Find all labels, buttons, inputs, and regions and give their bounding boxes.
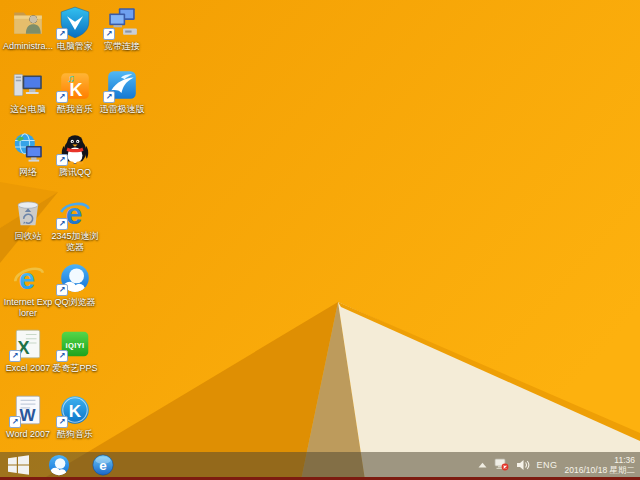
icon-label: 网络 <box>3 167 53 178</box>
shortcut-arrow-icon: ↗ <box>56 28 68 40</box>
shield-icon: ↗ <box>58 5 92 39</box>
browser-e-icon: e <box>91 453 115 477</box>
icon-label: Excel 2007 <box>3 363 53 374</box>
icon-label: 回收站 <box>3 231 53 242</box>
icon-label: Internet Explorer <box>3 297 53 319</box>
desktop-icon-kugou[interactable]: K ↗ 酷狗音乐 <box>50 393 100 440</box>
desktop-icon-excel[interactable]: X ↗ Excel 2007 <box>3 327 53 374</box>
desktop-icon-xunlei[interactable]: ↗ 迅雷极速版 <box>97 68 147 115</box>
volume-icon[interactable] <box>516 459 530 471</box>
icon-label: 迅雷极速版 <box>97 104 147 115</box>
kugou-icon: K ↗ <box>58 393 92 427</box>
start-button[interactable] <box>0 452 36 477</box>
browser-e-icon: e ↗ <box>58 195 92 229</box>
shortcut-arrow-icon: ↗ <box>56 350 68 362</box>
taskbar-qq-browser[interactable] <box>45 452 72 477</box>
icon-label: 这台电脑 <box>3 104 53 115</box>
icon-label: Word 2007 <box>3 429 53 440</box>
icon-label: 爱奇艺PPS <box>50 363 100 374</box>
desktop-icon-administrator[interactable]: Administra... <box>3 5 53 52</box>
desktop-icon-this-pc[interactable]: 这台电脑 <box>3 68 53 115</box>
qq-browser-icon: ↗ <box>58 261 92 295</box>
system-tray: ENG 11:36 2016/10/18 星期二 <box>478 455 640 475</box>
xunlei-bird-icon: ↗ <box>105 68 139 102</box>
desktop-icon-qq[interactable]: ↗ 腾讯QQ <box>50 131 100 178</box>
svg-text:K: K <box>69 402 82 421</box>
desktop-icon-broadband[interactable]: ↗ 宽带连接 <box>97 5 147 52</box>
desktop-icon-2345-browser[interactable]: e ↗ 2345加速浏览器 <box>50 195 100 253</box>
clock-date: 2016/10/18 星期二 <box>565 465 635 475</box>
icon-label: 酷我音乐 <box>50 104 100 115</box>
shortcut-arrow-icon: ↗ <box>103 91 115 103</box>
word-icon: W ↗ <box>11 393 45 427</box>
svg-text:W: W <box>20 406 37 425</box>
shortcut-arrow-icon: ↗ <box>9 416 21 428</box>
taskbar-2345-browser[interactable]: e <box>89 452 116 477</box>
recycle-bin-icon <box>11 195 45 229</box>
icon-label: 宽带连接 <box>97 41 147 52</box>
clock-time: 11:36 <box>565 455 635 465</box>
desktop-icon-word[interactable]: W ↗ Word 2007 <box>3 393 53 440</box>
svg-text:♫: ♫ <box>67 72 75 84</box>
shortcut-arrow-icon: ↗ <box>56 218 68 230</box>
clock[interactable]: 11:36 2016/10/18 星期二 <box>565 455 635 475</box>
ie-icon: e <box>11 261 45 295</box>
computer-icon <box>11 68 45 102</box>
desktop-icon-qq-browser[interactable]: ↗ QQ浏览器 <box>50 261 100 308</box>
icon-label: 酷狗音乐 <box>50 429 100 440</box>
network-connection-icon: ↗ <box>105 5 139 39</box>
qq-penguin-icon: ↗ <box>58 131 92 165</box>
globe-monitor-icon <box>11 131 45 165</box>
shortcut-arrow-icon: ↗ <box>56 284 68 296</box>
windows-logo-icon <box>8 455 29 475</box>
icon-label: 腾讯QQ <box>50 167 100 178</box>
network-status-icon[interactable] <box>494 458 509 471</box>
shortcut-arrow-icon: ↗ <box>9 350 21 362</box>
svg-text:e: e <box>19 263 35 295</box>
desktop-icon-kuwo-music[interactable]: K ♫ ↗ 酷我音乐 <box>50 68 100 115</box>
svg-text:e: e <box>99 458 107 473</box>
desktop-icon-pc-manager[interactable]: ↗ 电脑管家 <box>50 5 100 52</box>
iqiyi-icon: iQIYI ↗ <box>58 327 92 361</box>
desktop-icon-internet-explorer[interactable]: e Internet Explorer <box>3 261 53 319</box>
icon-label: QQ浏览器 <box>50 297 100 308</box>
administrator-folder-icon <box>11 5 45 39</box>
shortcut-arrow-icon: ↗ <box>103 28 115 40</box>
qq-browser-icon <box>47 453 71 477</box>
language-indicator[interactable]: ENG <box>537 460 558 470</box>
svg-text:iQIYI: iQIYI <box>66 341 85 350</box>
show-hidden-icons-caret[interactable] <box>478 462 487 468</box>
shortcut-arrow-icon: ↗ <box>56 91 68 103</box>
desktop-icon-network[interactable]: 网络 <box>3 131 53 178</box>
kuwo-music-icon: K ♫ ↗ <box>58 68 92 102</box>
shortcut-arrow-icon: ↗ <box>56 416 68 428</box>
icon-label: Administra... <box>3 41 53 52</box>
svg-text:e: e <box>66 197 83 229</box>
icon-label: 2345加速浏览器 <box>50 231 100 253</box>
icon-label: 电脑管家 <box>50 41 100 52</box>
excel-icon: X ↗ <box>11 327 45 361</box>
desktop-icon-recycle-bin[interactable]: 回收站 <box>3 195 53 242</box>
desktop-icon-iqiyi[interactable]: iQIYI ↗ 爱奇艺PPS <box>50 327 100 374</box>
taskbar: e ENG 11:36 2016/10/18 星期二 <box>0 452 640 477</box>
shortcut-arrow-icon: ↗ <box>56 154 68 166</box>
